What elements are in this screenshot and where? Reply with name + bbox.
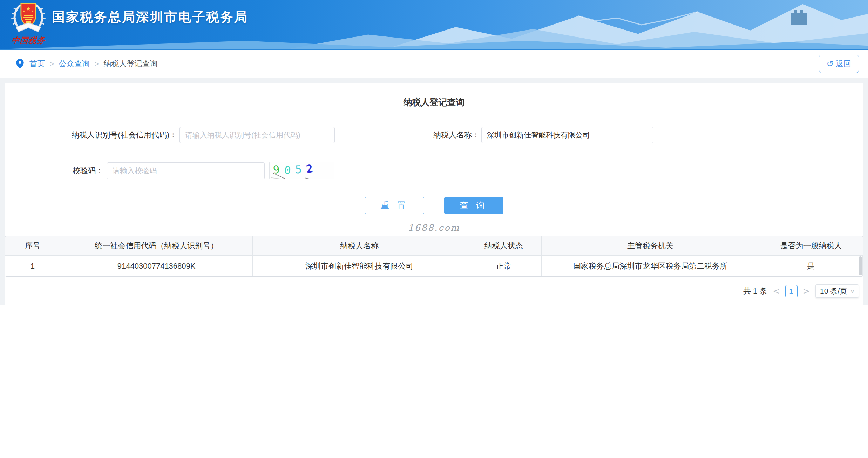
pagination: 共 1 条 < 1 > 10 条/页 ∨ [743, 284, 859, 298]
pagination-next-icon[interactable]: > [802, 287, 811, 296]
query-panel: 纳税人登记查询 纳税人识别号(社会信用代码)： 纳税人名称： 校验码： 9 0 … [5, 83, 863, 305]
captcha-image[interactable]: 9 0 5 2 [269, 162, 334, 179]
column-header-code: 统一社会信用代码（纳税人识别号） [60, 236, 253, 255]
reset-button[interactable]: 重 置 [365, 197, 424, 214]
column-header-seq: 序号 [5, 236, 60, 255]
cell-authority: 国家税务总局深圳市龙华区税务局第二税务所 [542, 256, 759, 276]
column-header-authority: 主管税务机关 [542, 236, 759, 255]
breadcrumb-home-link[interactable]: 首页 [29, 59, 45, 69]
table-header-row: 序号 统一社会信用代码（纳税人识别号） 纳税人名称 纳税人状态 主管税务机关 是… [5, 236, 863, 255]
site-header: ★ ★ ★ 中国税务 国家税务总局深圳市电子税务局 [0, 0, 868, 50]
table-scrollbar[interactable] [859, 256, 862, 275]
back-button[interactable]: ↺ 返回 [819, 55, 859, 73]
taxpayer-id-input[interactable] [179, 127, 335, 143]
svg-text:★: ★ [26, 6, 31, 12]
page-title: 纳税人登记查询 [5, 96, 863, 108]
taxpayer-id-label: 纳税人识别号(社会信用代码)： [5, 127, 177, 143]
cell-seq: 1 [5, 256, 60, 276]
breadcrumb-separator: > [50, 60, 54, 68]
cell-general: 是 [759, 256, 863, 276]
logo-caption: 中国税务 [7, 35, 49, 46]
pagination-prev-icon[interactable]: < [772, 287, 780, 296]
cell-status: 正常 [466, 256, 542, 276]
column-header-general: 是否为一般纳税人 [759, 236, 863, 255]
column-header-name: 纳税人名称 [253, 236, 466, 255]
query-button[interactable]: 查 询 [444, 197, 503, 214]
svg-text:★: ★ [23, 9, 25, 13]
location-pin-icon [15, 59, 25, 69]
breadcrumb-bar: 首页 > 公众查询 > 纳税人登记查询 ↺ 返回 [0, 50, 868, 78]
taxpayer-name-input[interactable] [481, 127, 653, 143]
breadcrumb-current-page: 纳税人登记查询 [103, 59, 157, 69]
back-button-label: 返回 [836, 59, 851, 69]
taxpayer-name-label: 纳税人名称： [355, 127, 480, 143]
captcha-label: 校验码： [5, 162, 103, 179]
return-arrow-icon: ↺ [827, 60, 834, 68]
breadcrumb-separator: > [95, 60, 99, 68]
tax-bureau-logo: ★ ★ ★ 中国税务 [8, 1, 49, 46]
svg-text:★: ★ [32, 9, 34, 13]
pagination-total: 共 1 条 [743, 286, 767, 296]
form-actions: 重 置 查 询 [5, 197, 863, 214]
watermark-text: 1688.com [5, 223, 863, 233]
table-row: 1 91440300774136809K 深圳市创新佳智能科技有限公司 正常 国… [5, 255, 863, 276]
column-header-status: 纳税人状态 [466, 236, 542, 255]
page-background: 纳税人登记查询 纳税人识别号(社会信用代码)： 纳税人名称： 校验码： 9 0 … [0, 78, 868, 305]
national-tax-emblem-icon: ★ ★ ★ [9, 1, 48, 35]
results-table: 序号 统一社会信用代码（纳税人识别号） 纳税人名称 纳税人状态 主管税务机关 是… [5, 236, 863, 277]
page-size-select[interactable]: 10 条/页 ∨ [815, 284, 859, 298]
cell-name: 深圳市创新佳智能科技有限公司 [253, 256, 466, 276]
captcha-noise-lines [270, 162, 334, 179]
chevron-down-icon: ∨ [850, 288, 855, 294]
breadcrumb-public-query-link[interactable]: 公众查询 [59, 59, 90, 69]
pagination-page-1[interactable]: 1 [785, 285, 798, 297]
breadcrumb: 首页 > 公众查询 > 纳税人登记查询 [15, 50, 157, 78]
page-size-value: 10 条/页 [820, 286, 847, 296]
cell-code: 91440300774136809K [60, 256, 253, 276]
site-title: 国家税务总局深圳市电子税务局 [52, 8, 248, 26]
captcha-input[interactable] [107, 162, 265, 179]
